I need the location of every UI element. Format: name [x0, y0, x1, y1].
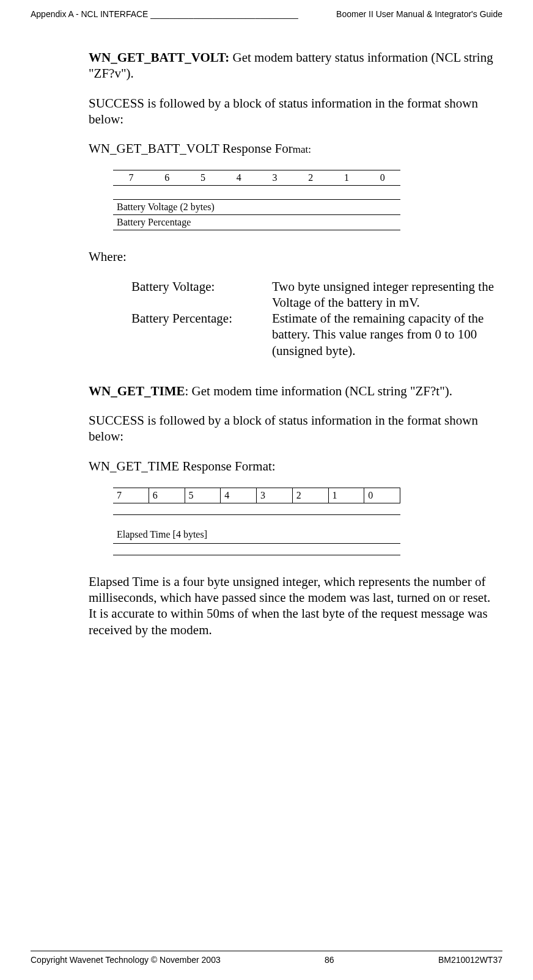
sec1-bits-table: 7 6 5 4 3 2 1 0 Battery Voltage (2 bytes… [113, 170, 400, 230]
header-left: Appendix A - NCL INTERFACE _____________… [31, 9, 298, 19]
table-row: 7 6 5 4 3 2 1 0 [113, 170, 400, 186]
sec2-p2: WN_GET_TIME Response Format: [89, 458, 499, 474]
bit-col: 7 [113, 170, 149, 186]
bit-col: 2 [293, 170, 329, 186]
sec2-bits-table: 7 6 5 4 3 2 1 0 [113, 488, 400, 503]
table-row [113, 186, 400, 200]
bit-col: 7 [113, 488, 149, 503]
sec2-command-name: WN_GET_TIME [89, 384, 185, 398]
sec1-p2b: mat: [293, 144, 311, 155]
table-row: Battery Percentage [113, 215, 400, 230]
footer-center: 86 [325, 955, 334, 965]
def-text-bp: Estimate of the remaining capacity of th… [272, 310, 499, 359]
bit-col: 5 [185, 170, 221, 186]
sec1-table-wrap: 7 6 5 4 3 2 1 0 Battery Voltage (2 bytes… [113, 170, 499, 230]
bit-col: 0 [364, 488, 400, 503]
row-battery-percentage: Battery Percentage [113, 215, 400, 230]
sec1-command-name: WN_GET_BATT_VOLT: [89, 50, 229, 65]
bit-col: 4 [221, 170, 257, 186]
bit-col: 6 [149, 488, 185, 503]
footer-right: BM210012WT37 [438, 955, 502, 965]
sec2-p1: SUCCESS is followed by a block of status… [89, 412, 499, 445]
bit-col: 5 [185, 488, 221, 503]
bit-col: 1 [328, 488, 364, 503]
sec1-p2a: WN_GET_BATT_VOLT Response For [89, 141, 293, 156]
def-label-bv: Battery Voltage: [131, 279, 272, 311]
document-page: Appendix A - NCL INTERFACE _____________… [0, 0, 533, 980]
bit-col: 0 [364, 170, 400, 186]
header-right: Boomer II User Manual & Integrator's Gui… [336, 9, 502, 19]
sec1-p2: WN_GET_BATT_VOLT Response Format: [89, 141, 499, 156]
sec1-command-para: WN_GET_BATT_VOLT: Get modem battery stat… [89, 49, 499, 82]
table-bottom-line [113, 555, 400, 555]
sec2-table-wrap: 7 6 5 4 3 2 1 0 Elapsed Time [4 bytes] [113, 488, 499, 555]
page-content: WN_GET_BATT_VOLT: Get modem battery stat… [89, 49, 499, 638]
bit-col: 2 [292, 488, 328, 503]
row-elapsed-time: Elapsed Time [4 bytes] [113, 514, 400, 544]
table-row: 7 6 5 4 3 2 1 0 [113, 488, 400, 503]
sec1-definitions: Battery Voltage: Two byte unsigned integ… [131, 279, 499, 359]
def-row: Battery Percentage: Estimate of the rema… [131, 310, 499, 359]
sec2-command-desc: : Get modem time information (NCL string… [185, 384, 452, 398]
def-label-bp: Battery Percentage: [131, 310, 272, 359]
sec1-p1: SUCCESS is followed by a block of status… [89, 95, 499, 128]
bit-col: 1 [329, 170, 365, 186]
bit-col: 3 [257, 170, 293, 186]
table-row: Battery Voltage (2 bytes) [113, 200, 400, 215]
page-header: Appendix A - NCL INTERFACE _____________… [31, 9, 502, 19]
bit-col: 4 [221, 488, 257, 503]
bit-col: 3 [257, 488, 293, 503]
sec1-where: Where: [89, 249, 499, 265]
sec2-p3: Elapsed Time is a four byte unsigned int… [89, 574, 499, 638]
sec2-command-para: WN_GET_TIME: Get modem time information … [89, 383, 499, 399]
footer-left: Copyright Wavenet Technology © November … [31, 955, 221, 965]
row-battery-voltage: Battery Voltage (2 bytes) [113, 200, 400, 215]
page-footer: Copyright Wavenet Technology © November … [31, 951, 502, 965]
def-text-bv: Two byte unsigned integer representing t… [272, 279, 499, 311]
def-row: Battery Voltage: Two byte unsigned integ… [131, 279, 499, 311]
bit-col: 6 [149, 170, 185, 186]
